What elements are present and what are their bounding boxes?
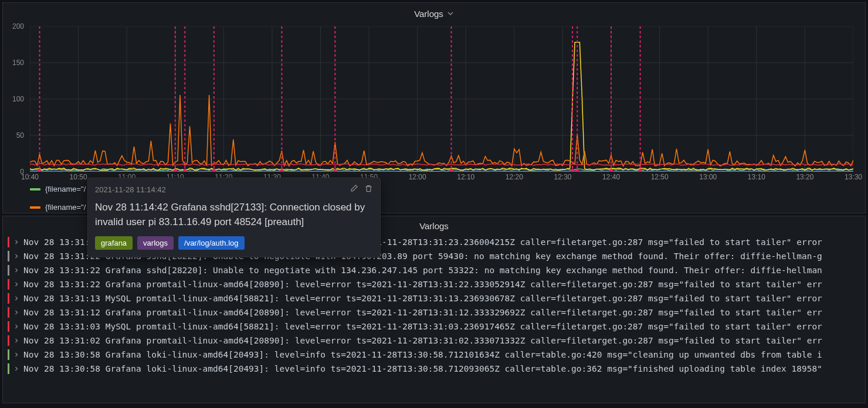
chevron-right-icon[interactable] bbox=[13, 310, 20, 315]
chevron-right-icon[interactable] bbox=[13, 240, 20, 244]
x-tick: 13:20 bbox=[796, 173, 813, 181]
x-tick: 12:00 bbox=[409, 173, 426, 181]
x-tick: 12:10 bbox=[457, 173, 474, 181]
log-level-bar bbox=[8, 237, 9, 247]
tooltip-tag[interactable]: /var/log/auth.log bbox=[178, 236, 245, 250]
log-row[interactable]: Nov 28 13:31:13 MySQL promtail-linux-amd… bbox=[8, 291, 860, 305]
chevron-right-icon[interactable] bbox=[13, 268, 20, 273]
log-level-bar bbox=[8, 321, 9, 332]
chevron-right-icon[interactable] bbox=[13, 338, 20, 343]
log-text: Nov 28 13:31:03 MySQL promtail-linux-amd… bbox=[23, 322, 822, 331]
x-tick: 12:40 bbox=[602, 173, 620, 181]
annotation-tooltip: 2021-11-28 11:14:42 Nov 28 11:14:42 Graf… bbox=[87, 178, 381, 257]
log-row[interactable]: Nov 28 13:31:22 Grafana promtail-linux-a… bbox=[8, 277, 860, 291]
chart-y-axis: 050100150200 bbox=[3, 26, 28, 172]
chart-series[interactable] bbox=[30, 42, 853, 170]
panel-title-text: Varlogs bbox=[414, 9, 443, 19]
log-row[interactable]: Nov 28 13:30:58 Grafana loki-linux-amd64… bbox=[8, 362, 860, 376]
x-tick: 12:30 bbox=[554, 173, 571, 181]
tooltip-timestamp: 2021-11-28 11:14:42 bbox=[95, 185, 166, 194]
chevron-right-icon[interactable] bbox=[13, 324, 20, 329]
tooltip-tags: grafanavarlogs/var/log/auth.log bbox=[95, 236, 373, 250]
log-level-bar bbox=[8, 363, 9, 374]
log-level-bar bbox=[8, 293, 9, 304]
y-tick: 100 bbox=[12, 95, 24, 103]
log-row[interactable]: Nov 28 13:31:22 Grafana sshd[28220]: Una… bbox=[8, 263, 860, 277]
chevron-right-icon[interactable] bbox=[13, 254, 20, 259]
log-text: Nov 28 13:31:22 Grafana sshd[28220]: Una… bbox=[23, 266, 822, 275]
x-tick: 13:00 bbox=[699, 173, 717, 181]
panel-title[interactable]: Varlogs bbox=[3, 3, 865, 24]
logs-panel-title-text: Varlogs bbox=[419, 221, 449, 231]
log-text: Nov 28 13:30:58 Grafana loki-linux-amd64… bbox=[23, 350, 822, 359]
x-tick: 13:10 bbox=[748, 173, 765, 181]
log-level-bar bbox=[8, 307, 9, 318]
log-level-bar bbox=[8, 335, 9, 346]
log-row[interactable]: Nov 28 13:31:03 MySQL promtail-linux-amd… bbox=[8, 319, 860, 334]
chevron-right-icon[interactable] bbox=[13, 282, 20, 287]
log-text: Nov 28 13:30:58 Grafana loki-linux-amd64… bbox=[23, 364, 822, 373]
log-row[interactable]: Nov 28 13:31:12 Grafana promtail-linux-a… bbox=[8, 305, 860, 319]
x-tick: 12:50 bbox=[651, 173, 669, 181]
chevron-right-icon[interactable] bbox=[13, 296, 20, 301]
legend-item[interactable]: {filename="/ bbox=[30, 185, 86, 193]
tooltip-tag[interactable]: varlogs bbox=[137, 236, 174, 250]
chart-plot-area[interactable] bbox=[30, 26, 853, 172]
log-level-bar bbox=[8, 251, 9, 261]
y-tick: 150 bbox=[12, 59, 24, 67]
legend-swatch bbox=[30, 206, 40, 209]
log-row[interactable]: Nov 28 13:31:02 Grafana promtail-linux-a… bbox=[8, 334, 860, 348]
chevron-down-icon bbox=[447, 10, 454, 17]
x-tick: 13:30 bbox=[845, 173, 862, 181]
log-text: Nov 28 13:31:13 MySQL promtail-linux-amd… bbox=[23, 294, 822, 303]
trash-icon[interactable] bbox=[364, 184, 373, 195]
legend-swatch bbox=[30, 188, 40, 191]
log-text: Nov 28 13:31:12 Grafana promtail-linux-a… bbox=[23, 308, 822, 317]
chevron-right-icon[interactable] bbox=[13, 366, 20, 371]
legend-item[interactable]: {filename="/ bbox=[30, 203, 86, 212]
x-tick: 12:20 bbox=[506, 173, 523, 181]
log-text: Nov 28 13:31:02 Grafana promtail-linux-a… bbox=[23, 336, 822, 345]
log-level-bar bbox=[8, 279, 9, 290]
x-tick: 10:40 bbox=[21, 173, 39, 181]
log-level-bar bbox=[8, 265, 9, 276]
edit-icon[interactable] bbox=[350, 184, 358, 195]
y-tick: 50 bbox=[16, 131, 24, 140]
legend-label: {filename="/ bbox=[45, 203, 86, 212]
y-tick: 200 bbox=[12, 22, 24, 30]
legend-label: {filename="/ bbox=[45, 185, 86, 193]
chart-series[interactable] bbox=[30, 171, 853, 172]
chart-series[interactable] bbox=[30, 95, 853, 166]
log-row[interactable]: Nov 28 13:30:58 Grafana loki-linux-amd64… bbox=[8, 348, 860, 362]
log-level-bar bbox=[8, 349, 9, 360]
tooltip-tag[interactable]: grafana bbox=[95, 236, 133, 250]
tooltip-body: Nov 28 11:14:42 Grafana sshd[27133]: Con… bbox=[95, 200, 373, 229]
log-text: Nov 28 13:31:22 Grafana promtail-linux-a… bbox=[23, 280, 822, 289]
chevron-right-icon[interactable] bbox=[13, 352, 20, 357]
x-tick: 10:50 bbox=[70, 173, 87, 181]
